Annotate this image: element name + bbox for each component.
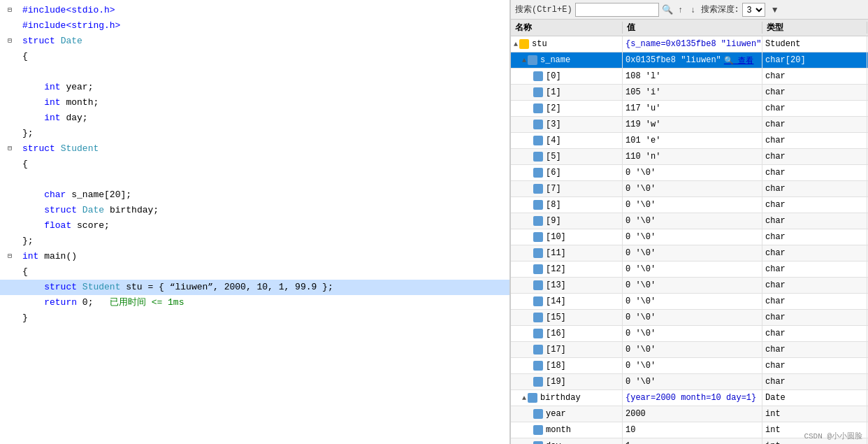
- watch-row-arr1[interactable]: [1] 105 'i' char: [511, 85, 868, 101]
- watch-cell-value: 0 '\0': [623, 262, 762, 277]
- watch-cell-value: 0 '\0': [623, 294, 762, 309]
- code-line: char s_name[20];: [0, 187, 509, 203]
- watch-cell-name: [2]: [511, 101, 623, 116]
- watch-row-arr14[interactable]: [14] 0 '\0' char: [511, 294, 868, 310]
- line-content: int year;: [20, 80, 509, 95]
- code-line: {: [0, 157, 509, 172]
- collapse-icon[interactable]: ▲: [522, 394, 526, 402]
- variable-icon: [533, 200, 543, 210]
- variable-icon: [528, 393, 537, 403]
- watch-cell-value: 0 '\0': [623, 245, 762, 261]
- watch-cell-name: [4]: [511, 133, 623, 148]
- watch-row-arr10[interactable]: [10] 0 '\0' char: [511, 229, 868, 245]
- watch-cell-value: 0 '\0': [623, 278, 762, 293]
- watch-cell-value: 105 'i': [623, 85, 762, 100]
- variable-icon: [533, 409, 543, 419]
- watch-cell-name: [15]: [511, 310, 623, 325]
- watch-row-s-name[interactable]: ▲ s_name 0x0135fbe8 "liuwen" 🔍 查看 char[2…: [511, 52, 868, 69]
- view-link[interactable]: 🔍 查看: [724, 55, 754, 66]
- watch-cell-value: 0 '\0': [623, 342, 762, 357]
- watch-row-arr3[interactable]: [3] 119 'w' char: [511, 117, 868, 133]
- depth-label: 搜索深度:: [701, 3, 739, 15]
- collapse-icon[interactable]: ▲: [514, 41, 518, 48]
- depth-select[interactable]: 3 1 2 4 5: [742, 3, 765, 17]
- line-content: {: [20, 157, 509, 172]
- watch-cell-name: [12]: [511, 262, 623, 277]
- watch-cell-type: char: [762, 213, 867, 229]
- watch-row-arr11[interactable]: [11] 0 '\0' char: [511, 245, 868, 262]
- search-icon: 🔍: [662, 4, 673, 15]
- watch-row-arr17[interactable]: [17] 0 '\0' char: [511, 342, 868, 358]
- line-content: return 0; 已用时间 <= 1ms: [20, 295, 509, 310]
- watch-cell-type: char: [762, 117, 867, 132]
- watch-cell-value: 0 '\0': [623, 229, 762, 245]
- watch-row-arr13[interactable]: [13] 0 '\0' char: [511, 278, 868, 294]
- depth-dropdown-button[interactable]: ▼: [768, 3, 782, 16]
- watch-row-birthday[interactable]: ▲ birthday {year=2000 month=10 day=1} Da…: [511, 390, 868, 406]
- watch-row-arr6[interactable]: [6] 0 '\0' char: [511, 165, 868, 181]
- watch-row-arr8[interactable]: [8] 0 '\0' char: [511, 197, 868, 213]
- variable-icon: [533, 264, 543, 274]
- watch-cell-name: [18]: [511, 358, 623, 373]
- line-content: }: [20, 310, 509, 326]
- watch-cell-value: 119 'w': [623, 117, 762, 132]
- watch-cell-name: [10]: [511, 229, 623, 245]
- var-type: char[20]: [765, 55, 806, 65]
- watch-cell-value: 0 '\0': [623, 165, 762, 180]
- watch-row-stu[interactable]: ▲ stu {s_name=0x0135fbe8 "liuwen" bir...…: [511, 36, 868, 52]
- variable-icon: [533, 168, 543, 178]
- up-arrow-button[interactable]: ↑: [676, 3, 686, 16]
- line-content: {: [20, 264, 509, 280]
- watch-row-arr9[interactable]: [9] 0 '\0' char: [511, 213, 868, 229]
- watch-cell-type: char: [762, 69, 867, 84]
- watch-cell-name: [8]: [511, 197, 623, 213]
- watch-cell-type: char: [762, 101, 867, 116]
- watch-cell-value: 0 '\0': [623, 197, 762, 213]
- variable-icon: [533, 425, 543, 435]
- watch-cell-value: 0 '\0': [623, 326, 762, 341]
- line-content: char s_name[20];: [20, 187, 509, 203]
- line-content: #include<stdio.h>: [20, 3, 509, 18]
- watch-cell-value: 108 'l': [623, 69, 762, 84]
- watch-cell-name: [9]: [511, 213, 623, 229]
- watch-row-arr4[interactable]: [4] 101 'e' char: [511, 133, 868, 149]
- line-content: float score;: [20, 218, 509, 234]
- code-line: ⊟ #include<stdio.h>: [0, 3, 509, 18]
- down-arrow-button[interactable]: ↓: [688, 3, 698, 16]
- code-line: };: [0, 126, 509, 141]
- watch-row-arr16[interactable]: [16] 0 '\0' char: [511, 326, 868, 342]
- watch-cell-value: {year=2000 month=10 day=1}: [623, 390, 762, 406]
- watch-row-year[interactable]: year 2000 int: [511, 406, 868, 422]
- watch-row-arr5[interactable]: [5] 110 'n' char: [511, 149, 868, 165]
- variable-icon: [533, 361, 543, 371]
- watch-row-arr12[interactable]: [12] 0 '\0' char: [511, 262, 868, 278]
- expand-gutter[interactable]: ⊟: [0, 3, 20, 18]
- variable-icon: [533, 345, 543, 355]
- var-name: stu: [532, 39, 547, 49]
- collapse-icon[interactable]: ▲: [522, 57, 526, 64]
- code-editor: ⊟ #include<stdio.h> #include<string.h> ⊟…: [0, 0, 510, 444]
- expand-gutter[interactable]: ⊟: [0, 141, 20, 157]
- line-content: int day;: [20, 110, 509, 126]
- code-line: return 0; 已用时间 <= 1ms: [0, 295, 509, 310]
- watch-row-arr2[interactable]: [2] 117 'u' char: [511, 101, 868, 117]
- watch-cell-name: day: [511, 438, 623, 444]
- watch-cell-name: [19]: [511, 374, 623, 389]
- watch-toolbar: 搜索(Ctrl+E) 🔍 ↑ ↓ 搜索深度: 3 1 2 4 5 ▼: [511, 0, 868, 20]
- watch-row-arr19[interactable]: [19] 0 '\0' char: [511, 374, 868, 390]
- var-value: 0x0135fbe8 "liuwen": [625, 55, 721, 65]
- expand-gutter[interactable]: ⊟: [0, 249, 20, 264]
- watch-cell-type: char: [762, 358, 867, 373]
- watch-row-arr7[interactable]: [7] 0 '\0' char: [511, 181, 868, 197]
- variable-icon: [533, 184, 543, 194]
- search-input[interactable]: [575, 3, 659, 17]
- watch-cell-type: char: [762, 374, 867, 389]
- variable-icon: [528, 55, 537, 65]
- code-line: {: [0, 49, 509, 64]
- watch-cell-name: year: [511, 406, 623, 422]
- watch-row-arr18[interactable]: [18] 0 '\0' char: [511, 358, 868, 374]
- watch-row-arr0[interactable]: [0] 108 'l' char: [511, 69, 868, 85]
- watch-cell-name: [17]: [511, 342, 623, 357]
- watch-row-arr15[interactable]: [15] 0 '\0' char: [511, 310, 868, 326]
- expand-gutter[interactable]: ⊟: [0, 34, 20, 49]
